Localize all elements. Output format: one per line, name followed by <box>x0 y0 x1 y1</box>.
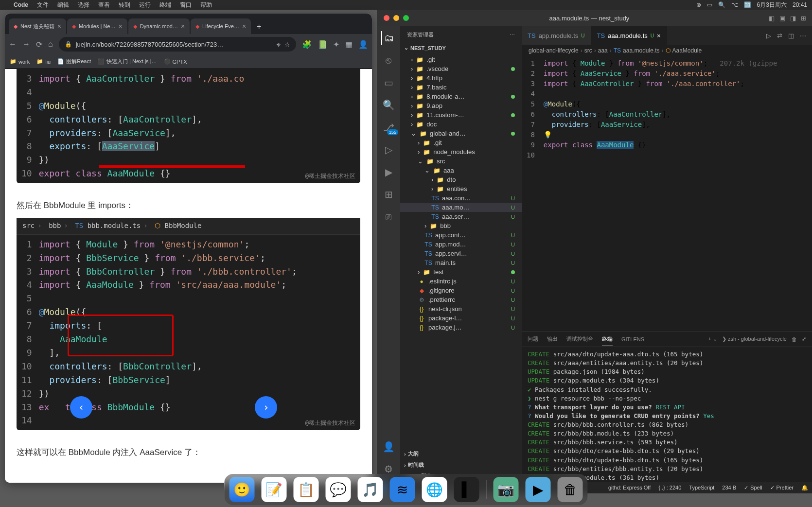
menu-run[interactable]: 运行 <box>139 1 151 9</box>
bookmark-item[interactable]: 📁 work <box>10 58 30 65</box>
prettier-status[interactable]: ✓ Prettier <box>766 485 797 491</box>
more-icon[interactable]: ⋯ <box>510 32 515 38</box>
folder-item[interactable]: › 📁 dto <box>400 175 522 184</box>
close-icon[interactable]: × <box>657 32 661 39</box>
folder-item[interactable]: › 📁 node_modules <box>400 147 522 157</box>
browser-tab-1[interactable]: ◆Modules | Ne…× <box>67 18 127 34</box>
remote-icon[interactable]: ⎚ <box>382 210 395 224</box>
tab-output[interactable]: 输出 <box>547 335 558 343</box>
file-item[interactable]: ◆ .gitignoreU <box>400 286 522 295</box>
dock-notes[interactable]: 📝 <box>262 477 287 502</box>
folder-item[interactable]: › 📁 8.module-a… <box>400 92 522 101</box>
translate-icon[interactable]: ⎆ <box>277 41 281 48</box>
dock-messages[interactable]: 💬 <box>326 477 351 502</box>
split-icon[interactable]: ◫ <box>788 32 794 39</box>
new-terminal-icon[interactable]: + ⌄ <box>708 336 717 342</box>
browser-tab-0[interactable]: ◆Nest 通关秘籍× <box>9 18 66 34</box>
file-item[interactable]: {} package-l…U <box>400 314 522 323</box>
language-mode[interactable]: TypeScript <box>685 485 718 491</box>
wifi-icon[interactable]: ⊚ <box>696 1 701 8</box>
debug-icon[interactable]: ▷ <box>382 143 395 157</box>
run-icon[interactable]: ▷ <box>766 32 771 39</box>
minimize-window[interactable] <box>393 15 399 21</box>
new-tab-button[interactable]: + <box>252 19 266 34</box>
trash-icon[interactable]: 🗑 <box>792 336 797 342</box>
folder-item[interactable]: › 📁 11.custom-… <box>400 110 522 120</box>
close-icon[interactable]: × <box>242 22 246 30</box>
dock-chrome[interactable]: 🌐 <box>422 477 447 502</box>
bookmark-item[interactable]: ⬛ 快速入门 | Next.js |… <box>98 58 157 65</box>
file-item[interactable]: {} package.j…U <box>400 323 522 332</box>
bell-icon[interactable]: 🔔 <box>797 485 812 491</box>
editor-tab-0[interactable]: TSapp.module.ts U <box>522 26 591 45</box>
folder-item[interactable]: › 📁 .git <box>400 55 522 64</box>
outline-section[interactable]: › 大纲 <box>400 448 522 459</box>
extensions-icon[interactable]: ⊞ <box>382 188 395 201</box>
dock-vscode[interactable]: ≋ <box>390 477 415 502</box>
bookmark-item[interactable]: 📁 liu <box>36 58 51 65</box>
folder-item[interactable]: ⌄ 📁 global-and… <box>400 129 522 138</box>
maximize-icon[interactable]: ⤢ <box>802 336 806 342</box>
tab-problems[interactable]: 问题 <box>528 335 538 343</box>
menu-view[interactable]: 查看 <box>98 1 110 9</box>
layout-3-icon[interactable]: ◨ <box>790 15 796 22</box>
terminal-output[interactable]: CREATE src/aaa/dto/update-aaa.dto.ts (16… <box>522 347 812 482</box>
folder-item[interactable]: ⌄ 📁 src <box>400 157 522 166</box>
close-icon[interactable]: × <box>118 22 122 30</box>
search-icon[interactable]: 🔍 <box>382 98 395 112</box>
tab-debug-console[interactable]: 调试控制台 <box>566 335 593 343</box>
dock-trash[interactable]: 🗑 <box>558 477 583 502</box>
file-item[interactable]: TS aaa.mo…U <box>400 203 522 212</box>
bookmark-item[interactable]: ⚫ GPTX <box>164 58 187 65</box>
folder-item[interactable]: › 📁 doc <box>400 120 522 129</box>
copilot-icon[interactable]: ⎋ <box>382 53 395 67</box>
file-item[interactable]: ⚙ .prettierrcU <box>400 295 522 304</box>
editor-tab-1[interactable]: TSaaa.module.ts U × <box>591 26 667 45</box>
browser-tab-2[interactable]: ◆Dynamic mod…× <box>128 18 190 34</box>
back-button[interactable]: ← <box>9 40 17 49</box>
braces-status[interactable]: {..} : 2240 <box>654 485 685 491</box>
layout-1-icon[interactable]: ◧ <box>769 15 775 22</box>
menubar-time[interactable]: 20:41 <box>793 1 807 8</box>
compare-icon[interactable]: ⇄ <box>777 32 782 39</box>
grid-icon[interactable]: ▦ <box>345 40 353 49</box>
folder-item[interactable]: › 📁 .vscode <box>400 64 522 73</box>
folder-item[interactable]: › 📁 entities <box>400 184 522 193</box>
folder-item[interactable]: › 📁 test <box>400 267 522 277</box>
menu-file[interactable]: 文件 <box>37 1 49 9</box>
tab-terminal[interactable]: 终端 <box>602 335 613 346</box>
project-name[interactable]: NEST_STUDY <box>410 45 446 51</box>
file-item[interactable]: TS app.servi…U <box>400 249 522 258</box>
account-icon[interactable]: 👤 <box>382 440 395 454</box>
forward-button[interactable]: → <box>22 40 30 49</box>
input-icon[interactable]: 🈁 <box>744 1 751 8</box>
folder-item[interactable]: › 📁 7.basic <box>400 83 522 92</box>
spell-status[interactable]: ✓ Spell <box>740 485 766 491</box>
dock-terminal[interactable]: ▌ <box>454 477 479 502</box>
profile-icon[interactable]: 👤 <box>358 40 368 49</box>
menubar-date[interactable]: 6月3日周六 <box>757 1 787 9</box>
menu-window[interactable]: 窗口 <box>180 1 192 9</box>
dock-reminders[interactable]: 📋 <box>294 477 319 502</box>
editor-breadcrumb[interactable]: global-and-lifecycle› src› aaa› TS aaa.m… <box>522 45 812 56</box>
control-center-icon[interactable]: ⌥ <box>731 1 738 8</box>
source-control-icon[interactable]: ⎇155 <box>382 121 395 134</box>
folder-item[interactable]: › 📁 4.http <box>400 73 522 83</box>
close-window[interactable] <box>384 15 389 21</box>
app-name[interactable]: Code <box>14 1 28 8</box>
dock-quicktime[interactable]: ▶ <box>526 477 551 502</box>
run-icon[interactable]: ▶ <box>382 165 395 179</box>
dock-screenshot[interactable]: 📷 <box>494 477 519 502</box>
more-icon[interactable]: ⋯ <box>800 32 806 39</box>
bookmark-item[interactable]: 📄 图解React <box>57 58 91 65</box>
file-item[interactable]: TS app.mod…U <box>400 240 522 249</box>
layout-2-icon[interactable]: ▣ <box>779 15 785 22</box>
folder-item[interactable]: › 📁 9.aop <box>400 101 522 110</box>
home-button[interactable]: ⌂ <box>48 40 53 49</box>
editor-body[interactable]: 12345678910 import { Module } from '@nes… <box>522 56 812 331</box>
file-item[interactable]: ● .eslintrc.jsU <box>400 277 522 286</box>
prev-button[interactable]: ‹ <box>70 396 92 419</box>
menu-select[interactable]: 选择 <box>78 1 89 9</box>
ext-icon[interactable]: 🧩 <box>302 40 312 49</box>
folder-item[interactable]: › 📁 .git <box>400 138 522 147</box>
